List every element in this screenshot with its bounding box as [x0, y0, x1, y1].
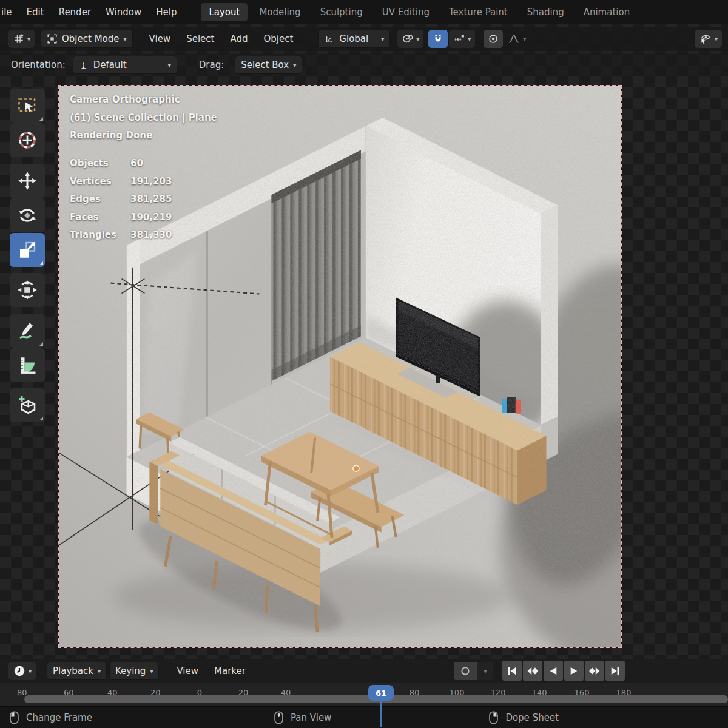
jump-to-end-button[interactable]	[605, 661, 625, 681]
keying-dropdown[interactable]: Keying ▾	[109, 662, 159, 680]
chevron-down-icon: ▾	[124, 36, 127, 42]
falloff-curve-button[interactable]: ▾	[503, 30, 530, 48]
menu-help[interactable]: Help	[149, 7, 184, 18]
next-keyframe-button[interactable]	[585, 661, 604, 681]
auto-keying-toggle[interactable]	[454, 662, 477, 680]
chevron-down-icon: ▾	[98, 668, 101, 675]
tool-select-box[interactable]	[10, 89, 45, 123]
playback-label: Playback	[53, 666, 93, 676]
annotate-icon	[16, 320, 38, 342]
transport-controls	[502, 661, 625, 681]
viewport-editor-icon	[13, 33, 25, 45]
tool-subtools-indicator	[39, 117, 43, 121]
tab-texture-paint[interactable]: Texture Paint	[441, 3, 516, 21]
menu-edit[interactable]: Edit	[19, 7, 52, 18]
menu-render[interactable]: Render	[52, 7, 98, 18]
tab-layout[interactable]: Layout	[201, 3, 248, 21]
tool-rotate[interactable]	[10, 198, 45, 232]
active-object-label: (61) Scene Collection | Plane	[70, 109, 217, 127]
axis-gizmo-icon	[79, 60, 89, 70]
proportional-editing-icon	[488, 33, 499, 44]
previous-keyframe-button[interactable]	[523, 661, 542, 681]
play-forward-button[interactable]	[564, 661, 584, 681]
jump-to-start-button[interactable]	[502, 661, 522, 681]
scale-icon	[16, 239, 38, 261]
snap-magnet-icon	[433, 33, 443, 44]
viewport-overlay-text: Camera Orthographic (61) Scene Collectio…	[70, 91, 217, 145]
tab-uv-editing[interactable]: UV Editing	[374, 3, 437, 21]
chevron-down-icon: ▾	[416, 36, 419, 42]
mode-dropdown[interactable]: Object Mode ▾	[41, 30, 133, 48]
timeline-ruler[interactable]: -80 -60 -40 -20 0 20 40 80 100 120 140 1…	[0, 683, 728, 706]
hint-pan-view: Pan View	[274, 711, 331, 724]
scene-statistics: Objects60 Vertices191,203 Edges381,285 F…	[70, 155, 172, 244]
orientation-setting-value: Default	[93, 59, 127, 70]
orientation-setting-label: Orientation:	[11, 59, 66, 70]
viewport-menu-view[interactable]: View	[141, 33, 179, 44]
timeline-header: ▾ Playback ▾ Keying ▾ View Marker ▾	[0, 659, 728, 683]
tool-subtools-indicator	[39, 417, 43, 420]
viewport-menu-select[interactable]: Select	[178, 33, 222, 44]
tool-add-cube[interactable]	[10, 388, 45, 422]
tab-animation[interactable]: Animation	[576, 3, 638, 21]
tab-modeling[interactable]: Modeling	[251, 3, 308, 21]
hint-change-frame: Change Frame	[10, 711, 92, 724]
mode-label: Object Mode	[62, 33, 120, 44]
snap-with-button[interactable]: ▾	[449, 30, 475, 48]
chevron-down-icon: ▾	[715, 36, 718, 42]
tab-sculpting[interactable]: Sculpting	[312, 3, 371, 21]
chevron-down-icon: ▾	[150, 668, 153, 675]
play-forward-icon	[569, 666, 579, 676]
tool-transform[interactable]	[10, 273, 45, 307]
timeline-menu-marker[interactable]: Marker	[206, 666, 254, 676]
jump-to-end-icon	[610, 666, 621, 676]
timeline-menu-view[interactable]: View	[169, 666, 206, 676]
tab-shading[interactable]: Shading	[519, 3, 572, 21]
tool-cursor[interactable]	[10, 123, 45, 157]
measure-icon	[16, 354, 38, 376]
tool-move[interactable]	[10, 164, 45, 198]
viewport-menu-object[interactable]: Object	[256, 33, 302, 44]
viewport-header: ▾ Object Mode ▾ View Select Add Object G…	[0, 27, 728, 51]
move-icon	[16, 170, 38, 192]
render-status-label: Rendering Done	[70, 127, 217, 145]
pivot-point-button[interactable]: ▾	[397, 30, 423, 48]
viewport-menu-add[interactable]: Add	[222, 33, 255, 44]
chevron-down-icon: ▾	[27, 36, 30, 42]
proportional-editing-button[interactable]	[484, 30, 503, 48]
menu-file[interactable]: ile	[0, 7, 19, 18]
workspace-tabs: Layout Modeling Sculpting UV Editing Tex…	[201, 3, 638, 21]
playhead-line[interactable]	[380, 699, 382, 727]
cursor-3d-icon	[16, 129, 38, 151]
mouse-middle-icon	[274, 711, 283, 724]
add-cube-icon	[16, 394, 38, 416]
auto-keying-options[interactable]: ▾	[477, 662, 493, 680]
tool-annotate[interactable]	[10, 314, 45, 348]
pivot-point-icon	[402, 33, 414, 45]
top-menu-bar: ile Edit Render Window Help Layout Model…	[0, 0, 728, 24]
play-reverse-button[interactable]	[544, 661, 563, 681]
tool-measure[interactable]	[10, 348, 45, 382]
chevron-down-icon: ▾	[293, 62, 296, 69]
orientation-dropdown[interactable]: Global ▾	[318, 30, 390, 48]
object-visibility-button[interactable]: ▾	[695, 30, 722, 48]
select-box-icon	[16, 95, 38, 116]
drag-setting-label: Drag:	[199, 59, 224, 70]
playback-dropdown[interactable]: Playback ▾	[47, 662, 107, 680]
menu-window[interactable]: Window	[98, 7, 149, 18]
orientation-default-dropdown[interactable]: Default ▾	[73, 56, 177, 74]
current-frame-indicator[interactable]: 61	[368, 685, 394, 701]
rotate-icon	[16, 204, 38, 226]
record-circle-icon	[460, 666, 471, 676]
mouse-left-icon	[10, 711, 19, 724]
snap-toggle-button[interactable]	[428, 30, 448, 48]
viewport-3d[interactable]: Camera Orthographic (61) Scene Collectio…	[58, 85, 622, 648]
tool-subtools-indicator	[39, 261, 43, 265]
editor-type-button[interactable]: ▾	[8, 30, 35, 48]
tool-scale[interactable]	[10, 233, 45, 267]
previous-keyframe-icon	[527, 666, 539, 676]
hint-label: Dope Sheet	[505, 712, 559, 723]
drag-mode-dropdown[interactable]: Select Box ▾	[235, 56, 302, 74]
hint-dope-sheet: Dope Sheet	[489, 711, 559, 724]
timeline-editor-type-button[interactable]: ▾	[8, 662, 36, 680]
